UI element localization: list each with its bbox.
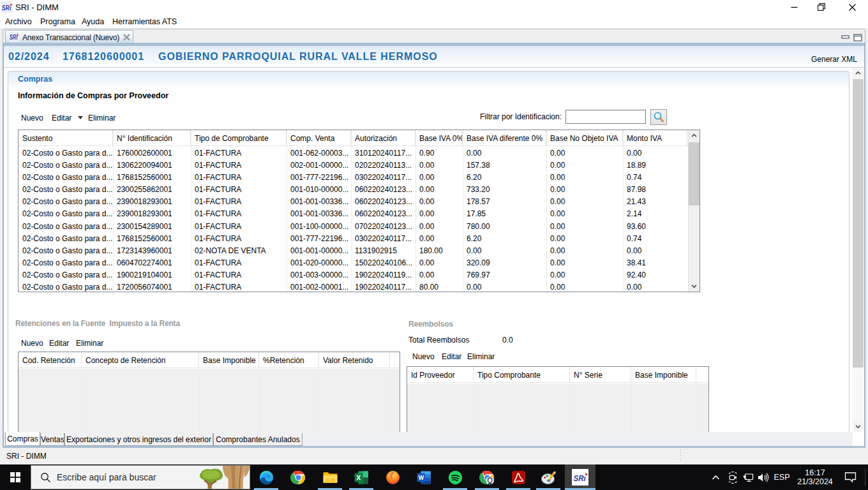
table-row[interactable]: 02-Costo o Gasto para d...2300154289001 … xyxy=(19,220,700,232)
compras-nuevo-button[interactable]: Nuevo xyxy=(21,114,43,122)
cell-base-iva-dif: 178.57 xyxy=(463,195,546,207)
taskbar-acrobat[interactable] xyxy=(503,464,534,490)
show-desktop-separator[interactable] xyxy=(865,468,865,486)
col-identificacion[interactable]: N° Identificación xyxy=(113,130,191,146)
tray-clock[interactable]: 16:17 21/3/2024 xyxy=(793,464,837,490)
col-pct-retencion[interactable]: %Retención xyxy=(259,352,319,368)
tray-meet-now-icon[interactable] xyxy=(725,464,740,490)
taskbar-excel[interactable] xyxy=(346,464,377,490)
col-base-imponible-reem[interactable]: Base Imponible xyxy=(631,367,696,383)
filter-search-button[interactable] xyxy=(650,109,667,125)
tree-illustration[interactable] xyxy=(195,466,250,489)
table-row[interactable]: 02-Costo o Gasto para d...0604702274001 … xyxy=(19,256,700,269)
scroll-up-icon[interactable] xyxy=(689,130,700,141)
tab-ventas[interactable]: Ventas xyxy=(40,433,64,446)
tab-close-icon[interactable] xyxy=(123,33,131,41)
col-valor-retenido[interactable]: Valor Retenido xyxy=(319,352,390,368)
table-row[interactable]: 02-Costo o Gasto para d...2390018293001 … xyxy=(19,207,700,219)
table-row[interactable]: 02-Costo o Gasto para d...1760002600001 … xyxy=(19,147,700,159)
view-maximize-icon[interactable] xyxy=(853,33,862,40)
table-row[interactable]: 02-Costo o Gasto para d...1720056074001 … xyxy=(19,281,700,293)
table-scrollbar[interactable] xyxy=(688,130,700,292)
taskbar-file-explorer[interactable] xyxy=(315,464,345,490)
col-extra xyxy=(696,367,708,383)
menu-programa[interactable]: Programa xyxy=(40,17,75,26)
table-row[interactable]: 02-Costo o Gasto para d...1900219104001 … xyxy=(19,269,700,281)
table-row[interactable]: 02-Costo o Gasto para d...2390018293001 … xyxy=(19,195,700,207)
table-row[interactable]: 02-Costo o Gasto para d...1768152560001 … xyxy=(19,232,700,244)
view-scroll-up-icon[interactable] xyxy=(853,68,864,78)
tab-anexo-transaccional[interactable]: Anexo Transaccional (Nuevo) xyxy=(5,30,133,43)
tray-volume-icon[interactable] xyxy=(756,464,771,490)
col-concepto-retencion[interactable]: Concepto de Retención xyxy=(82,352,199,368)
taskbar-spotify[interactable] xyxy=(440,464,470,490)
menu-archivo[interactable]: Archivo xyxy=(5,17,32,26)
excel-icon xyxy=(354,470,370,486)
col-tipo-comprobante-reem[interactable]: Tipo Comprobante xyxy=(474,367,570,383)
menu-herramientas-ats[interactable]: Herramientas ATS xyxy=(112,17,177,26)
tab-comprobantes-anulados[interactable]: Comprobantes Anulados xyxy=(213,433,303,446)
col-monto-iva[interactable]: Monto IVA xyxy=(623,130,687,146)
start-button[interactable] xyxy=(0,464,31,490)
tray-chevron-up-icon[interactable] xyxy=(708,464,723,490)
taskbar-paint[interactable] xyxy=(533,464,564,490)
col-base-imponible[interactable]: Base Imponible xyxy=(199,352,259,368)
taskbar-chrome[interactable] xyxy=(283,464,313,490)
col-sustento[interactable]: Sustento xyxy=(19,130,113,146)
restore-icon[interactable] xyxy=(812,0,831,14)
taskbar-firefox[interactable] xyxy=(377,464,408,490)
editar-dropdown-icon[interactable] xyxy=(78,116,83,119)
retenciones-table: Cod. Retención Concepto de Retención Bas… xyxy=(18,352,400,432)
tray-notification-icon[interactable] xyxy=(837,464,864,490)
menu-ayuda[interactable]: Ayuda xyxy=(82,17,104,26)
col-cod-retencion[interactable]: Cod. Retención xyxy=(19,352,82,368)
tray-language[interactable]: ESP xyxy=(772,464,792,490)
col-id-proveedor[interactable]: Id Proveedor xyxy=(407,367,474,383)
generar-xml-link[interactable]: Generar XML xyxy=(811,55,857,64)
cell-base-no-objeto: 0.00 xyxy=(546,244,623,256)
compras-eliminar-button[interactable]: Eliminar xyxy=(88,114,116,122)
col-base-no-objeto[interactable]: Base No Objeto IVA xyxy=(546,130,623,146)
reembolsos-nuevo-button[interactable]: Nuevo xyxy=(412,352,435,361)
total-reembolsos-value: 0.0 xyxy=(502,336,513,345)
retenciones-editar-button[interactable]: Editar xyxy=(49,339,69,348)
taskbar-edge[interactable] xyxy=(251,464,281,490)
tab-exportaciones[interactable]: Exportaciones y otros ingresos del exter… xyxy=(64,433,213,446)
retenciones-nuevo-button[interactable]: Nuevo xyxy=(21,339,43,348)
close-icon[interactable] xyxy=(842,0,862,14)
status-splitter xyxy=(680,450,681,463)
col-base-iva-0[interactable]: Base IVA 0% xyxy=(415,130,463,146)
taskbar-search[interactable]: Escribe aquí para buscar xyxy=(31,465,250,489)
view-minimize-icon[interactable] xyxy=(841,33,850,40)
col-n-serie[interactable]: N° Serie xyxy=(570,367,631,383)
tray-network-icon[interactable] xyxy=(740,464,756,490)
reembolsos-eliminar-button[interactable]: Eliminar xyxy=(467,352,495,361)
cell-identificacion: 2300255862001 xyxy=(113,183,191,195)
view-scroll-thumb[interactable] xyxy=(853,79,864,368)
tab-compras[interactable]: Compras xyxy=(5,432,40,446)
reembolsos-editar-button[interactable]: Editar xyxy=(442,352,461,361)
taskbar-chrome-profile[interactable] xyxy=(472,464,502,490)
cell-base-no-objeto: 0.00 xyxy=(546,147,623,159)
table-row[interactable]: 02-Costo o Gasto para d...1723143960001 … xyxy=(19,244,700,256)
compras-editar-button[interactable]: Editar xyxy=(52,114,71,122)
view-scroll-down-icon[interactable] xyxy=(853,421,864,432)
table-row[interactable]: 02-Costo o Gasto para d...1768152560001 … xyxy=(19,171,700,183)
filter-input[interactable] xyxy=(565,110,646,124)
cell-autorizacion: 190220240117... xyxy=(351,281,415,293)
taskbar-sri-dimm[interactable]: SRı xyxy=(565,464,595,490)
taskbar-word[interactable] xyxy=(408,464,439,490)
cell-identificacion: 1768152560001 xyxy=(113,171,191,183)
col-autorizacion[interactable]: Autorización xyxy=(351,130,415,146)
col-comp-venta[interactable]: Comp. Venta xyxy=(287,130,351,146)
scroll-thumb[interactable] xyxy=(689,142,700,205)
column-separator xyxy=(631,383,632,432)
col-tipo-comprobante[interactable]: Tipo de Comprobante xyxy=(191,130,287,146)
view-scrollbar[interactable] xyxy=(853,68,864,432)
minimize-icon[interactable] xyxy=(784,0,804,14)
retenciones-eliminar-button[interactable]: Eliminar xyxy=(76,339,103,348)
scroll-down-icon[interactable] xyxy=(689,281,700,292)
table-row[interactable]: 02-Costo o Gasto para d...1306220094001 … xyxy=(19,159,700,171)
table-row[interactable]: 02-Costo o Gasto para d...2300255862001 … xyxy=(19,183,700,195)
col-base-iva-dif[interactable]: Base IVA diferente 0% xyxy=(463,130,546,146)
